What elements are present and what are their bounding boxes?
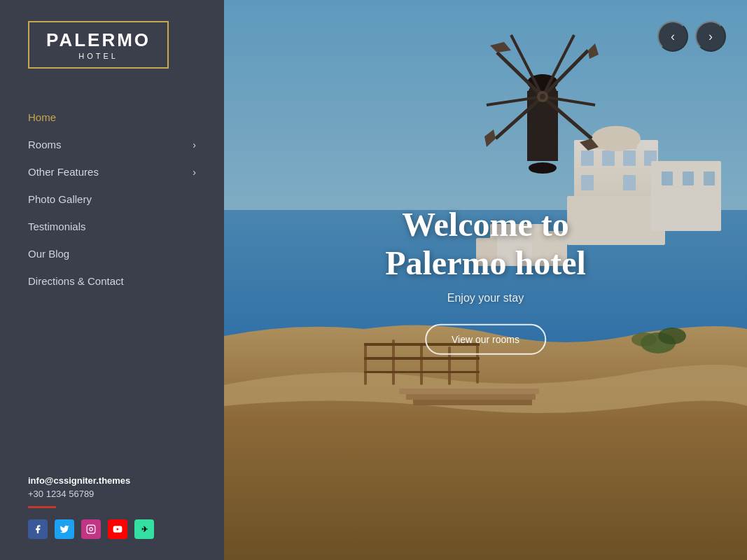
contact-email: info@cssigniter.themes: [28, 475, 196, 486]
slideshow-controls: ‹ ›: [657, 21, 726, 52]
nav-label-rooms: Rooms: [28, 139, 62, 150]
instagram-icon[interactable]: [81, 519, 101, 539]
nav-label-photo-gallery: Photo Gallery: [28, 193, 92, 205]
chevron-left-icon: ‹: [671, 29, 675, 44]
hero-section: Welcome to Palermo hotel Enjoy your stay…: [224, 0, 747, 560]
chevron-right-icon: ›: [708, 29, 713, 44]
cta-button[interactable]: View our rooms: [425, 324, 546, 355]
nav-item-photo-gallery[interactable]: Photo Gallery: [0, 186, 224, 213]
youtube-icon[interactable]: [108, 519, 127, 539]
logo-subtitle: HOTEL: [46, 52, 151, 60]
nav-item-directions[interactable]: Directions & Contact: [0, 267, 224, 295]
tripadvisor-icon[interactable]: ✈: [134, 519, 154, 539]
svg-rect-0: [87, 525, 95, 533]
nav-item-rooms[interactable]: Rooms ›: [0, 131, 224, 158]
nav-item-testimonials[interactable]: Testimonials: [0, 213, 224, 240]
twitter-icon[interactable]: [55, 519, 74, 539]
main-nav: Home Rooms › Other Features › Photo Gall…: [0, 90, 224, 454]
nav-label-home: Home: [28, 111, 56, 123]
red-divider: [28, 506, 56, 508]
social-icons-group: ✈: [28, 519, 196, 539]
nav-label-directions: Directions & Contact: [28, 275, 124, 287]
logo-box: PALERMO HOTEL: [28, 21, 169, 69]
hero-subtitle: Enjoy your stay: [355, 292, 617, 304]
nav-label-testimonials: Testimonials: [28, 220, 86, 232]
nav-item-home[interactable]: Home: [0, 104, 224, 131]
nav-label-other-features: Other Features: [28, 166, 99, 178]
prev-slide-button[interactable]: ‹: [657, 21, 688, 52]
chevron-right-icon: ›: [193, 167, 196, 178]
nav-label-blog: Our Blog: [28, 248, 69, 260]
hero-title: Welcome to Palermo hotel: [355, 205, 617, 282]
sidebar-footer: info@cssigniter.themes +30 1234 56789 ✈: [0, 454, 224, 560]
next-slide-button[interactable]: ›: [695, 21, 726, 52]
chevron-right-icon: ›: [193, 139, 196, 150]
sidebar: PALERMO HOTEL Home Rooms › Other Feature…: [0, 0, 224, 560]
facebook-icon[interactable]: [28, 519, 48, 539]
logo-title: PALERMO: [46, 31, 151, 49]
nav-item-other-features[interactable]: Other Features ›: [0, 158, 224, 186]
nav-item-blog[interactable]: Our Blog: [0, 240, 224, 267]
logo-area: PALERMO HOTEL: [0, 0, 224, 90]
hero-text-container: Welcome to Palermo hotel Enjoy your stay…: [355, 205, 617, 355]
contact-phone: +30 1234 56789: [28, 489, 196, 499]
